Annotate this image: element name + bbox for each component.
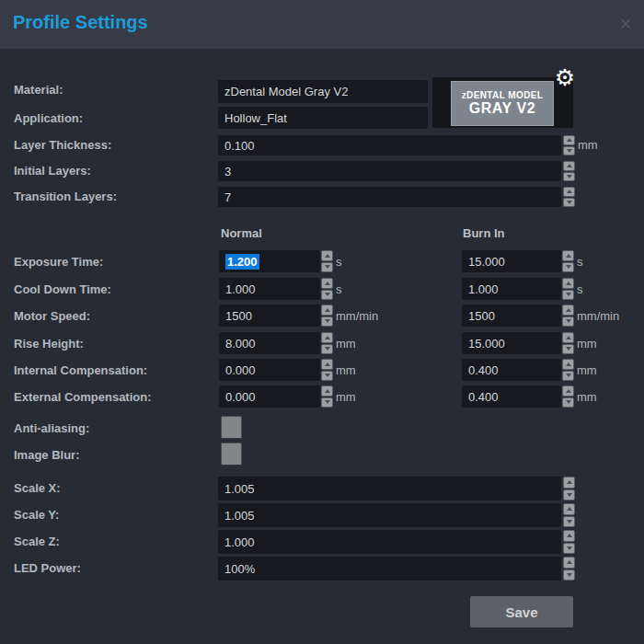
step-up-icon[interactable] [562, 359, 574, 370]
step-up-icon[interactable] [562, 305, 574, 316]
initial-layers-stepper[interactable] [563, 161, 575, 181]
scale-x-label: Scale X: [14, 481, 61, 496]
exposure-time-burnin-stepper[interactable] [562, 250, 574, 272]
application-label: Application: [14, 111, 83, 126]
step-down-icon[interactable] [563, 146, 575, 156]
motor-speed-normal-stepper[interactable] [321, 305, 333, 327]
step-up-icon[interactable] [321, 278, 333, 289]
internal-comp-burnin-stepper[interactable] [562, 359, 574, 381]
material-input[interactable]: zDental Model Gray V2 [218, 80, 428, 103]
step-up-icon[interactable] [563, 161, 575, 171]
rise-height-normal-stepper[interactable] [321, 332, 333, 354]
normal-column-header: Normal [221, 226, 262, 241]
exposure-time-normal-input[interactable]: 1.200 [219, 250, 320, 272]
transition-layers-stepper[interactable] [563, 187, 575, 207]
motor-speed-burnin-stepper[interactable] [562, 305, 574, 327]
step-down-icon[interactable] [562, 344, 574, 355]
exposure-time-normal-stepper[interactable] [321, 250, 333, 272]
cool-down-normal-input[interactable]: 1.000 [219, 278, 320, 300]
step-up-icon[interactable] [563, 557, 575, 569]
application-input[interactable]: Hollow_Flat [218, 107, 428, 129]
step-up-icon[interactable] [563, 503, 575, 515]
external-comp-normal-input[interactable]: 0.000 [219, 385, 320, 408]
step-up-icon[interactable] [562, 278, 574, 289]
rise-height-burnin-input[interactable]: 15.000 [462, 332, 561, 354]
internal-comp-normal-unit: mm [336, 363, 356, 378]
initial-layers-label: Initial Layers: [14, 164, 91, 178]
external-comp-burnin-unit: mm [577, 390, 597, 405]
step-down-icon[interactable] [321, 262, 333, 273]
step-up-icon[interactable] [321, 305, 333, 316]
step-down-icon[interactable] [563, 489, 575, 501]
step-down-icon[interactable] [321, 397, 333, 408]
step-up-icon[interactable] [321, 250, 333, 261]
step-up-icon[interactable] [321, 332, 333, 343]
scale-z-stepper[interactable] [563, 530, 575, 554]
step-down-icon[interactable] [562, 262, 574, 273]
step-down-icon[interactable] [562, 290, 574, 301]
anti-aliasing-checkbox[interactable] [221, 416, 242, 439]
external-comp-normal-unit: mm [336, 390, 356, 405]
step-down-icon[interactable] [562, 371, 574, 382]
gear-icon[interactable]: ⚙ [552, 64, 578, 90]
step-up-icon[interactable] [563, 530, 575, 542]
motor-speed-normal-unit: mm/min [336, 309, 378, 324]
layer-thickness-input[interactable]: 0.100 [218, 135, 561, 155]
scale-y-stepper[interactable] [563, 503, 575, 527]
step-up-icon[interactable] [321, 359, 333, 370]
rise-height-burnin-stepper[interactable] [562, 332, 574, 354]
step-down-icon[interactable] [563, 198, 575, 208]
transition-layers-input[interactable]: 7 [218, 187, 561, 207]
step-up-icon[interactable] [321, 385, 333, 397]
material-label: Material: [14, 83, 63, 98]
step-down-icon[interactable] [321, 290, 333, 301]
step-up-icon[interactable] [562, 250, 574, 261]
step-up-icon[interactable] [563, 135, 575, 145]
step-down-icon[interactable] [321, 371, 333, 382]
rise-height-label: Rise Height: [14, 337, 84, 351]
step-down-icon[interactable] [562, 316, 574, 328]
cool-down-burnin-stepper[interactable] [562, 278, 574, 300]
step-up-icon[interactable] [562, 332, 574, 343]
layer-thickness-stepper[interactable] [563, 135, 575, 155]
step-up-icon[interactable] [563, 187, 575, 197]
cool-down-normal-stepper[interactable] [321, 278, 333, 300]
burnin-column-header: Burn In [463, 226, 505, 241]
step-down-icon[interactable] [563, 543, 575, 555]
save-button[interactable]: Save [470, 596, 573, 627]
motor-speed-normal-input[interactable]: 1500 [219, 305, 320, 327]
image-blur-checkbox[interactable] [221, 443, 242, 466]
led-power-input[interactable]: 100% [218, 557, 561, 581]
titlebar: Profile Settings × [0, 0, 644, 49]
step-down-icon[interactable] [563, 172, 575, 182]
step-down-icon[interactable] [563, 516, 575, 528]
external-comp-normal-stepper[interactable] [321, 385, 333, 408]
rise-height-normal-unit: mm [336, 337, 356, 351]
step-up-icon[interactable] [563, 477, 575, 489]
cool-down-burnin-input[interactable]: 1.000 [462, 278, 561, 300]
close-icon[interactable]: × [612, 8, 639, 40]
step-down-icon[interactable] [562, 397, 574, 408]
rise-height-normal-input[interactable]: 8.000 [219, 332, 320, 354]
exposure-time-burnin-input[interactable]: 15.000 [462, 250, 561, 272]
motor-speed-burnin-input[interactable]: 1500 [462, 305, 561, 327]
internal-comp-normal-input[interactable]: 0.000 [219, 359, 320, 381]
step-down-icon[interactable] [321, 316, 333, 328]
internal-comp-normal-stepper[interactable] [321, 359, 333, 381]
internal-comp-burnin-input[interactable]: 0.400 [462, 359, 561, 381]
scale-x-input[interactable]: 1.005 [218, 477, 561, 500]
scale-y-input[interactable]: 1.005 [218, 503, 561, 527]
swatch-line2: GRAY V2 [469, 100, 536, 117]
rise-height-burnin-unit: mm [577, 337, 597, 351]
external-comp-burnin-stepper[interactable] [562, 385, 574, 408]
step-down-icon[interactable] [321, 344, 333, 355]
initial-layers-input[interactable]: 3 [218, 161, 561, 181]
step-up-icon[interactable] [562, 385, 574, 397]
led-power-stepper[interactable] [563, 557, 575, 581]
external-comp-burnin-input[interactable]: 0.400 [462, 385, 561, 408]
scale-y-label: Scale Y: [14, 508, 59, 523]
internal-compensation-label: Internal Compensation: [14, 363, 147, 378]
scale-z-input[interactable]: 1.000 [218, 530, 561, 554]
step-down-icon[interactable] [563, 569, 575, 581]
scale-x-stepper[interactable] [563, 477, 575, 500]
